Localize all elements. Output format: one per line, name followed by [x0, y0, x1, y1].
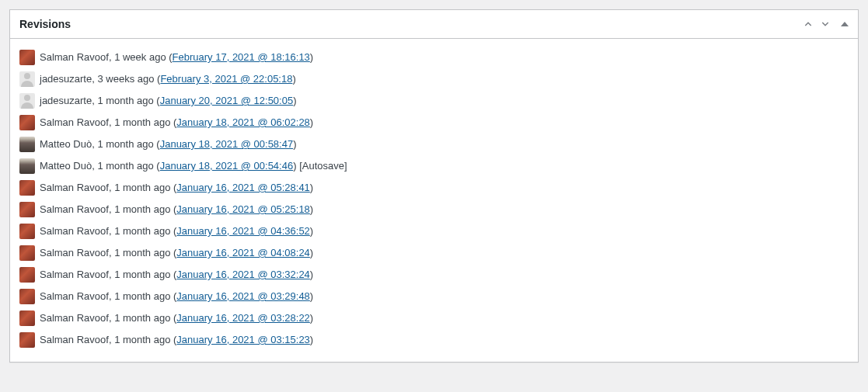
- revision-ago: 1 month ago: [114, 116, 170, 128]
- revision-item: jadesuzarte, 1 month ago (January 20, 20…: [19, 90, 849, 112]
- revisions-panel: Revisions Salman Ravoof, 1 week ago (Feb…: [9, 9, 859, 363]
- revision-timestamp-link[interactable]: February 17, 2021 @ 18:16:13: [173, 51, 310, 63]
- revision-text: Matteo Duò, 1 month ago (January 18, 202…: [40, 137, 297, 152]
- revision-text: Salman Ravoof, 1 month ago (January 16, …: [40, 180, 313, 196]
- revision-ago: 3 weeks ago: [97, 73, 154, 85]
- revision-timestamp-link[interactable]: January 18, 2021 @ 00:54:46: [160, 160, 294, 172]
- revision-author: Salman Ravoof: [40, 203, 109, 215]
- revision-ago: 1 month ago: [114, 290, 170, 302]
- triangle-up-icon: [841, 22, 849, 26]
- revision-ago: 1 month ago: [114, 247, 170, 258]
- revision-text: Salman Ravoof, 1 month ago (January 16, …: [40, 202, 313, 217]
- revision-author: Salman Ravoof: [40, 334, 109, 345]
- revision-author: jadesuzarte: [40, 95, 92, 106]
- revision-text: Salman Ravoof, 1 month ago (January 16, …: [40, 289, 313, 304]
- revision-suffix: [Autosave]: [297, 160, 347, 172]
- revision-ago: 1 month ago: [114, 269, 170, 280]
- revision-timestamp-link[interactable]: January 16, 2021 @ 05:25:18: [176, 203, 310, 215]
- revision-ago: 1 month ago: [114, 182, 170, 193]
- revision-timestamp-link[interactable]: January 16, 2021 @ 05:28:41: [176, 182, 310, 193]
- revision-text: Salman Ravoof, 1 month ago (January 16, …: [40, 332, 313, 348]
- toggle-panel-button[interactable]: [835, 16, 850, 32]
- revisions-list: Salman Ravoof, 1 week ago (February 17, …: [19, 47, 849, 351]
- revision-text: Salman Ravoof, 1 month ago (January 16, …: [40, 224, 313, 239]
- avatar: [19, 267, 35, 283]
- revisions-panel-body: Salman Ravoof, 1 week ago (February 17, …: [10, 39, 858, 362]
- revision-text: Salman Ravoof, 1 month ago (January 16, …: [40, 245, 313, 261]
- revision-timestamp-link[interactable]: January 18, 2021 @ 06:02:28: [176, 116, 310, 128]
- revision-item: Salman Ravoof, 1 month ago (January 18, …: [19, 112, 849, 134]
- revision-item: Salman Ravoof, 1 month ago (January 16, …: [19, 220, 849, 242]
- move-down-button[interactable]: [817, 16, 833, 32]
- revision-author: Salman Ravoof: [40, 269, 109, 280]
- revision-author: Matteo Duò: [40, 138, 92, 150]
- revision-item: Matteo Duò, 1 month ago (January 18, 202…: [19, 134, 849, 155]
- avatar: [19, 310, 35, 326]
- revision-timestamp-link[interactable]: January 18, 2021 @ 00:58:47: [160, 138, 294, 150]
- revision-timestamp-link[interactable]: January 20, 2021 @ 12:50:05: [160, 95, 294, 106]
- avatar: [19, 50, 35, 65]
- revision-item: Salman Ravoof, 1 month ago (January 16, …: [19, 242, 849, 264]
- revision-author: Matteo Duò: [40, 160, 92, 172]
- panel-handle-actions: [800, 16, 858, 32]
- avatar: [19, 202, 35, 217]
- revision-item: Salman Ravoof, 1 month ago (January 16, …: [19, 177, 849, 199]
- avatar: [19, 332, 35, 348]
- revision-author: Salman Ravoof: [40, 51, 109, 63]
- revision-timestamp-link[interactable]: January 16, 2021 @ 03:32:24: [176, 269, 310, 280]
- revision-item: Salman Ravoof, 1 month ago (January 16, …: [19, 199, 849, 220]
- avatar: [19, 245, 35, 261]
- revision-author: Salman Ravoof: [40, 116, 109, 128]
- revision-item: Matteo Duò, 1 month ago (January 18, 202…: [19, 155, 849, 177]
- avatar: [19, 289, 35, 304]
- revisions-panel-header: Revisions: [10, 10, 858, 39]
- avatar: [19, 71, 35, 87]
- revision-author: Salman Ravoof: [40, 312, 109, 324]
- revision-ago: 1 month ago: [114, 203, 170, 215]
- avatar: [19, 224, 35, 239]
- revision-timestamp-link[interactable]: January 16, 2021 @ 03:29:48: [176, 290, 310, 302]
- revision-author: Salman Ravoof: [40, 182, 109, 193]
- revision-author: jadesuzarte: [40, 73, 92, 85]
- avatar: [19, 137, 35, 152]
- revision-author: Salman Ravoof: [40, 290, 109, 302]
- revision-text: Salman Ravoof, 1 month ago (January 16, …: [40, 267, 313, 283]
- revision-item: Salman Ravoof, 1 month ago (January 16, …: [19, 329, 849, 351]
- revision-item: Salman Ravoof, 1 month ago (January 16, …: [19, 307, 849, 329]
- revision-text: Salman Ravoof, 1 week ago (February 17, …: [40, 50, 313, 65]
- revision-ago: 1 month ago: [97, 160, 153, 172]
- chevron-down-icon: [820, 19, 831, 29]
- revision-timestamp-link[interactable]: January 16, 2021 @ 03:15:23: [176, 334, 310, 345]
- move-up-button[interactable]: [800, 16, 816, 32]
- revision-item: Salman Ravoof, 1 week ago (February 17, …: [19, 47, 849, 68]
- avatar: [19, 158, 35, 174]
- revision-ago: 1 month ago: [97, 138, 153, 150]
- panel-title: Revisions: [10, 10, 80, 38]
- revision-timestamp-link[interactable]: February 3, 2021 @ 22:05:18: [160, 73, 292, 85]
- revision-author: Salman Ravoof: [40, 247, 109, 258]
- avatar: [19, 115, 35, 130]
- revision-text: Salman Ravoof, 1 month ago (January 16, …: [40, 310, 313, 326]
- revision-text: Matteo Duò, 1 month ago (January 18, 202…: [40, 158, 347, 174]
- revision-text: jadesuzarte, 1 month ago (January 20, 20…: [40, 93, 297, 109]
- revision-item: jadesuzarte, 3 weeks ago (February 3, 20…: [19, 68, 849, 90]
- revision-timestamp-link[interactable]: January 16, 2021 @ 04:36:52: [176, 225, 310, 237]
- revision-text: jadesuzarte, 3 weeks ago (February 3, 20…: [40, 71, 296, 87]
- revision-author: Salman Ravoof: [40, 225, 109, 237]
- revision-ago: 1 month ago: [114, 225, 170, 237]
- avatar: [19, 180, 35, 196]
- revision-item: Salman Ravoof, 1 month ago (January 16, …: [19, 286, 849, 307]
- revision-ago: 1 month ago: [97, 95, 153, 106]
- revision-item: Salman Ravoof, 1 month ago (January 16, …: [19, 264, 849, 286]
- revision-ago: 1 month ago: [114, 334, 170, 345]
- chevron-up-icon: [803, 19, 814, 29]
- revision-timestamp-link[interactable]: January 16, 2021 @ 04:08:24: [176, 247, 310, 258]
- revision-text: Salman Ravoof, 1 month ago (January 18, …: [40, 115, 313, 130]
- avatar: [19, 93, 35, 109]
- revision-timestamp-link[interactable]: January 16, 2021 @ 03:28:22: [176, 312, 310, 324]
- revision-ago: 1 month ago: [114, 312, 170, 324]
- revision-ago: 1 week ago: [114, 51, 166, 63]
